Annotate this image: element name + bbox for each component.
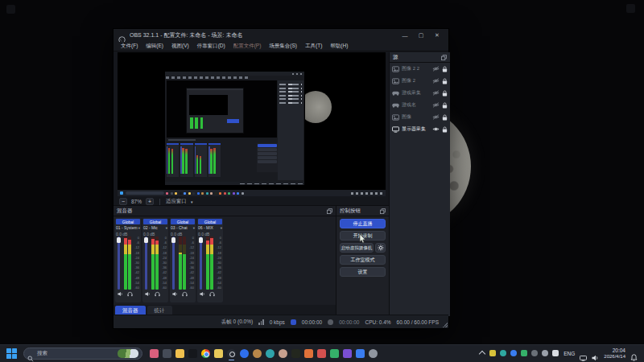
- tray-green[interactable]: [521, 350, 527, 356]
- source-row[interactable]: 显示器采集: [390, 123, 450, 135]
- taskbar-icon-app-sphere[interactable]: [369, 349, 378, 358]
- language-indicator[interactable]: ENG: [564, 351, 575, 356]
- menu-view[interactable]: 视图(V): [167, 43, 193, 50]
- slider-handle[interactable]: [171, 237, 175, 243]
- menu-scene-collection[interactable]: 场景集合(S): [265, 43, 301, 50]
- studio-mode-button[interactable]: 工作室模式: [340, 255, 386, 265]
- lock-icon[interactable]: [442, 114, 448, 121]
- taskbar-icon-obs-studio[interactable]: [227, 349, 236, 358]
- tray-dim[interactable]: [531, 350, 538, 356]
- search-input[interactable]: 搜索: [23, 348, 142, 360]
- stop-streaming-button[interactable]: 停止直播: [340, 219, 386, 228]
- lock-icon[interactable]: [442, 78, 448, 84]
- dock-float-icon[interactable]: [441, 55, 447, 60]
- tray-ring[interactable]: [542, 350, 548, 356]
- dock-float-icon[interactable]: [380, 208, 386, 214]
- menu-docks[interactable]: 停靠窗口(D): [193, 43, 229, 50]
- tray-expand-icon[interactable]: [479, 351, 485, 357]
- headphones-monitor-icon[interactable]: [127, 291, 133, 297]
- taskbar-icon-app-butterfly[interactable]: [356, 349, 365, 358]
- tray-teal[interactable]: [500, 350, 506, 356]
- visibility-eye-slash-icon[interactable]: [432, 90, 440, 96]
- taskbar-icon-app-box[interactable]: [163, 349, 171, 358]
- volume-slider[interactable]: [145, 237, 147, 290]
- mute-speaker-icon[interactable]: [145, 291, 151, 297]
- taskbar-icon-app-purple[interactable]: [343, 349, 352, 358]
- zoom-fit-caret-icon[interactable]: ▾: [191, 200, 193, 204]
- mute-speaker-icon[interactable]: [118, 291, 123, 297]
- search-highlight-thumbnail[interactable]: [118, 349, 138, 358]
- slider-handle[interactable]: [144, 237, 148, 243]
- visibility-eye-slash-icon[interactable]: [432, 78, 440, 84]
- minimize-button[interactable]: —: [398, 31, 411, 40]
- headphones-monitor-icon[interactable]: [155, 291, 160, 297]
- title-bar[interactable]: OBS 32.1.1 - 配置文件: 未命名 - 场景: 未命名 — ▢ ✕: [114, 29, 448, 42]
- dock-float-icon[interactable]: [327, 208, 332, 214]
- taskbar-icon-file-explorer[interactable]: [175, 349, 184, 358]
- taskbar-icon-app-media-pink[interactable]: [150, 349, 159, 358]
- notification-bell-icon[interactable]: [630, 350, 638, 356]
- slider-handle[interactable]: [199, 237, 203, 243]
- start-button[interactable]: [6, 348, 17, 359]
- mixer-source-select[interactable]: 06 - MIX▾: [198, 224, 222, 231]
- mixer-source-select[interactable]: 01 - System▾: [116, 224, 140, 231]
- start-virtual-camera-button[interactable]: 启动虚拟摄像机: [340, 243, 374, 253]
- menu-file[interactable]: 文件(F): [117, 43, 142, 50]
- taskbar-icon-app-page[interactable]: [214, 349, 223, 358]
- lock-icon[interactable]: [442, 126, 448, 133]
- source-row[interactable]: 图像 2 2: [390, 63, 450, 75]
- taskbar-icon-app-check[interactable]: [240, 349, 249, 358]
- settings-button[interactable]: 设置: [340, 267, 386, 277]
- volume-tray-icon[interactable]: [592, 350, 599, 356]
- zoom-out-button[interactable]: −: [119, 198, 127, 205]
- virtual-camera-settings-button[interactable]: [375, 243, 386, 253]
- menu-tools[interactable]: 工具(T): [301, 43, 326, 50]
- taskbar-icon-app-orange[interactable]: [304, 349, 313, 358]
- tray-mic[interactable]: [552, 350, 559, 356]
- source-row[interactable]: 游戏名: [390, 99, 450, 111]
- slider-handle[interactable]: [117, 237, 121, 243]
- volume-slider[interactable]: [200, 237, 202, 290]
- taskbar-clock[interactable]: 20:04 2026/4/14: [604, 348, 625, 359]
- menu-help[interactable]: 帮助(H): [326, 43, 352, 50]
- headphones-monitor-icon[interactable]: [182, 291, 188, 297]
- volume-slider[interactable]: [172, 237, 175, 290]
- desktop-icon[interactable]: [6, 5, 15, 14]
- source-row[interactable]: 图像 2: [390, 75, 450, 87]
- menu-profile[interactable]: 配置文件(P): [229, 43, 266, 50]
- close-button[interactable]: ✕: [431, 31, 444, 40]
- menu-edit[interactable]: 编辑(E): [142, 43, 167, 50]
- tray-blue[interactable]: [510, 350, 517, 356]
- visibility-eye-icon[interactable]: [432, 126, 440, 132]
- display-tray-icon[interactable]: [580, 350, 587, 356]
- visibility-eye-slash-icon[interactable]: [432, 102, 440, 108]
- mute-speaker-icon[interactable]: [172, 291, 178, 297]
- zoom-in-button[interactable]: +: [146, 198, 154, 205]
- mixer-source-select[interactable]: 02 - Mic▾: [143, 224, 167, 231]
- taskbar-icon-terminal[interactable]: [188, 349, 197, 358]
- preview-canvas[interactable]: [118, 52, 386, 196]
- lock-icon[interactable]: [442, 102, 448, 109]
- taskbar-icon-app-scan[interactable]: [317, 349, 326, 358]
- taskbar-icon-app-cash[interactable]: [330, 349, 339, 358]
- headphones-monitor-icon[interactable]: [209, 291, 215, 297]
- resize-grip[interactable]: [443, 323, 448, 327]
- desktop-icon[interactable]: [626, 4, 635, 13]
- volume-slider[interactable]: [118, 237, 120, 290]
- taskbar-icon-app-clock[interactable]: [266, 349, 275, 358]
- source-row[interactable]: 图像: [390, 111, 450, 123]
- lock-icon[interactable]: [442, 66, 448, 72]
- taskbar-icon-app-avatar[interactable]: [279, 349, 287, 358]
- mixer-source-select[interactable]: 03 - Chat▾: [171, 224, 195, 231]
- taskbar-icon-app-gold[interactable]: [253, 349, 262, 358]
- visibility-eye-slash-icon[interactable]: [432, 114, 440, 120]
- taskbar-icon-chrome[interactable]: [201, 349, 210, 358]
- zoom-fit-label[interactable]: 适应窗口: [166, 198, 187, 205]
- maximize-button[interactable]: ▢: [415, 31, 427, 40]
- mute-speaker-icon[interactable]: [200, 291, 205, 297]
- lock-icon[interactable]: [442, 90, 448, 97]
- visibility-eye-slash-icon[interactable]: [432, 66, 440, 72]
- taskbar-icon-app-triangle[interactable]: [291, 349, 300, 358]
- tray-shield[interactable]: [489, 350, 496, 356]
- source-row[interactable]: 游戏采集: [390, 87, 450, 99]
